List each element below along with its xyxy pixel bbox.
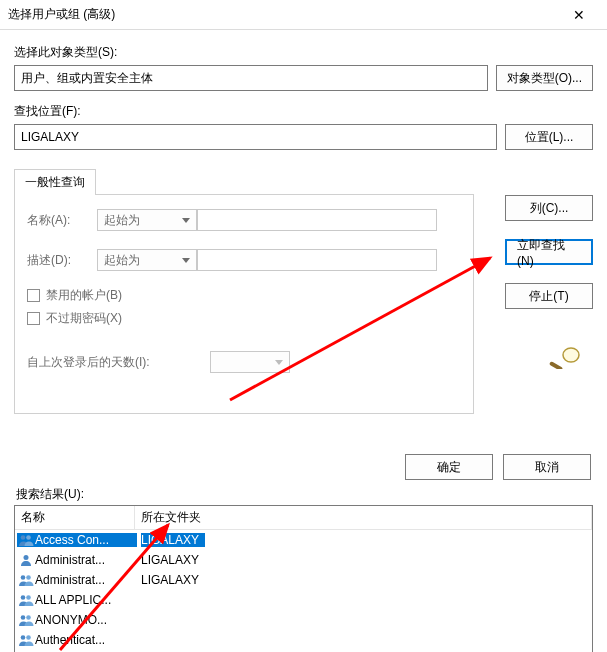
list-item-folder: LIGALAXY xyxy=(137,533,592,547)
list-item-name: Access Con... xyxy=(35,533,137,547)
desc-label: 描述(D): xyxy=(27,252,97,269)
group-icon xyxy=(17,593,35,607)
desc-input[interactable] xyxy=(197,249,437,271)
cancel-button[interactable]: 取消 xyxy=(503,454,591,480)
list-item-folder: LIGALAXY xyxy=(137,573,592,587)
checkbox-icon xyxy=(27,312,40,325)
find-now-button[interactable]: 立即查找(N) xyxy=(505,239,593,265)
stop-button[interactable]: 停止(T) xyxy=(505,283,593,309)
non-expiring-checkbox[interactable]: 不过期密码(X) xyxy=(27,310,461,327)
name-label: 名称(A): xyxy=(27,212,97,229)
column-folder[interactable]: 所在文件夹 xyxy=(135,506,592,529)
location-field: LIGALAXY xyxy=(14,124,497,150)
list-item-name: ALL APPLIC... xyxy=(35,593,137,607)
list-item-name: Administrat... xyxy=(35,573,137,587)
list-item[interactable]: ANONYMO... xyxy=(15,610,592,630)
list-item[interactable]: Authenticat... xyxy=(15,630,592,650)
svg-point-8 xyxy=(26,615,31,620)
object-type-field: 用户、组或内置安全主体 xyxy=(14,65,488,91)
svg-point-13 xyxy=(563,348,579,362)
name-mode-combo[interactable]: 起始为 xyxy=(97,209,197,231)
list-item-folder: LIGALAXY xyxy=(137,553,592,567)
svg-point-0 xyxy=(21,535,26,540)
name-input[interactable] xyxy=(197,209,437,231)
list-item[interactable]: ALL APPLIC... xyxy=(15,590,592,610)
group-icon xyxy=(17,633,35,647)
search-decor-icon xyxy=(549,345,583,372)
common-queries-panel: 名称(A): 起始为 描述(D): 起始为 禁用的帐户(B) 不过期密码(X) … xyxy=(14,194,474,414)
svg-point-5 xyxy=(21,595,26,600)
svg-point-7 xyxy=(21,615,26,620)
list-item[interactable]: Administrat...LIGALAXY xyxy=(15,550,592,570)
group-icon xyxy=(17,533,35,547)
list-header: 名称 所在文件夹 xyxy=(15,506,592,530)
titlebar: 选择用户或组 (高级) ✕ xyxy=(0,0,607,30)
checkbox-icon xyxy=(27,289,40,302)
dialog-content: 选择此对象类型(S): 用户、组或内置安全主体 对象类型(O)... 查找位置(… xyxy=(0,30,607,652)
svg-point-9 xyxy=(21,635,26,640)
list-item-name: Administrat... xyxy=(35,553,137,567)
svg-rect-14 xyxy=(549,361,563,369)
object-type-label: 选择此对象类型(S): xyxy=(14,44,593,61)
search-results-list[interactable]: 名称 所在文件夹 Access Con...LIGALAXYAdministra… xyxy=(14,505,593,652)
list-item[interactable]: Access Con...LIGALAXY xyxy=(15,530,592,550)
user-icon xyxy=(17,553,35,567)
search-results-label: 搜索结果(U): xyxy=(16,486,593,503)
list-item-name: ANONYMO... xyxy=(35,613,137,627)
disabled-accounts-checkbox[interactable]: 禁用的帐户(B) xyxy=(27,287,461,304)
svg-point-2 xyxy=(24,555,29,560)
locations-button[interactable]: 位置(L)... xyxy=(505,124,593,150)
days-since-logon-combo[interactable] xyxy=(210,351,290,373)
svg-point-4 xyxy=(26,575,31,580)
list-item[interactable]: Administrat...LIGALAXY xyxy=(15,570,592,590)
ok-button[interactable]: 确定 xyxy=(405,454,493,480)
columns-button[interactable]: 列(C)... xyxy=(505,195,593,221)
group-icon xyxy=(17,573,35,587)
svg-point-6 xyxy=(26,595,31,600)
svg-point-10 xyxy=(26,635,31,640)
group-icon xyxy=(17,613,35,627)
close-icon[interactable]: ✕ xyxy=(559,7,599,23)
tab-common-queries[interactable]: 一般性查询 xyxy=(14,169,96,195)
query-tabarea: 一般性查询 名称(A): 起始为 描述(D): 起始为 禁用的帐户(B) 不过期… xyxy=(14,168,474,414)
desc-mode-combo[interactable]: 起始为 xyxy=(97,249,197,271)
right-button-column: 列(C)... 立即查找(N) 停止(T) xyxy=(505,195,593,309)
days-since-logon-label: 自上次登录后的天数(I): xyxy=(27,354,150,371)
object-types-button[interactable]: 对象类型(O)... xyxy=(496,65,593,91)
window-title: 选择用户或组 (高级) xyxy=(8,6,559,23)
svg-point-3 xyxy=(21,575,26,580)
list-item-name: Authenticat... xyxy=(35,633,137,647)
svg-point-1 xyxy=(26,535,31,540)
column-name[interactable]: 名称 xyxy=(15,506,135,529)
location-label: 查找位置(F): xyxy=(14,103,593,120)
